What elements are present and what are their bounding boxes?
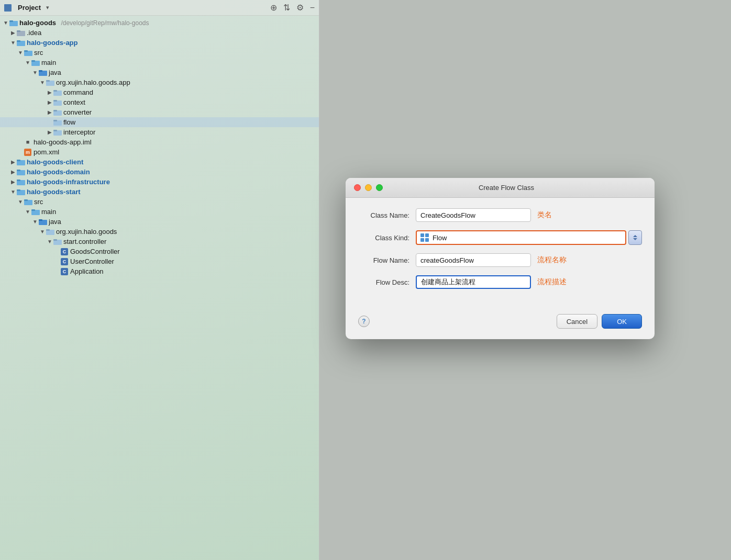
tree-item-label: org.xujin.halo.goods	[56, 228, 117, 236]
svg-rect-21	[53, 120, 57, 121]
flow-name-label: Flow Name:	[358, 256, 416, 264]
tree-item-label: interceptor	[63, 128, 95, 136]
svg-rect-43	[425, 233, 429, 237]
class-kind-dropdown-button[interactable]	[628, 230, 642, 245]
svg-rect-37	[39, 219, 42, 221]
dialog-body: Class Name: 类名 Class Kind:	[346, 198, 655, 308]
tree-arrow	[24, 60, 31, 65]
svg-rect-45	[425, 238, 429, 242]
package-icon	[53, 99, 62, 106]
class-name-row: Class Name: 类名	[358, 208, 642, 222]
class-kind-label: Class Kind:	[358, 234, 416, 242]
svg-marker-47	[633, 238, 637, 240]
add-icon[interactable]: ⊕	[270, 3, 277, 13]
tree-item-label: command	[63, 88, 93, 96]
tree-item-pom[interactable]: m pom.xml	[0, 147, 319, 157]
class-badge: C	[61, 268, 68, 275]
class-badge: C	[61, 248, 68, 255]
package-icon	[53, 238, 62, 245]
flow-desc-label: Flow Desc:	[358, 278, 416, 286]
svg-rect-39	[46, 229, 50, 231]
tree-item-user-controller[interactable]: C UserController	[0, 256, 319, 266]
minimize-icon[interactable]: −	[310, 3, 315, 13]
svg-rect-31	[17, 189, 20, 191]
module-icon	[4, 4, 12, 12]
class-name-annotation: 类名	[537, 210, 552, 220]
svg-marker-46	[633, 235, 637, 237]
flow-desc-row: Flow Desc: 流程描述	[358, 275, 642, 289]
tree-item-label: halo-goods	[19, 19, 56, 27]
tree-item-java1[interactable]: java	[0, 68, 319, 77]
tree-arrow	[46, 129, 53, 135]
tree-item-halo-goods-app[interactable]: halo-goods-app	[0, 38, 319, 48]
package-icon	[53, 129, 62, 136]
class-kind-selector[interactable]: Flow	[416, 230, 626, 245]
flow-desc-input[interactable]	[416, 275, 531, 289]
help-button[interactable]: ?	[358, 316, 370, 327]
tree-item-halo-goods[interactable]: halo-goods /develop/gitRep/mw/halo-goods	[0, 18, 319, 28]
svg-rect-1	[9, 20, 13, 22]
iml-file-icon: ■	[24, 139, 31, 146]
flow-kind-icon	[420, 233, 429, 242]
class-name-input[interactable]	[416, 208, 531, 222]
svg-rect-27	[17, 170, 20, 171]
tree-item-converter[interactable]: converter	[0, 107, 319, 117]
tree-item-java2[interactable]: java	[0, 217, 319, 227]
tree-item-src2[interactable]: src	[0, 197, 319, 207]
svg-rect-9	[31, 60, 35, 62]
tree-item-label: Application	[70, 267, 104, 275]
scroll-icon[interactable]: ⇅	[283, 3, 290, 13]
tree-item-src1[interactable]: src	[0, 48, 319, 58]
tree-item-application[interactable]: C Application	[0, 266, 319, 276]
tree-item-halo-goods-infrastructure[interactable]: halo-goods-infrastructure	[0, 177, 319, 187]
ok-button[interactable]: OK	[602, 314, 642, 329]
tree-item-org1[interactable]: org.xujin.halo.goods.app	[0, 77, 319, 87]
svg-rect-25	[17, 160, 20, 161]
tree-item-idea[interactable]: .idea	[0, 28, 319, 38]
tree-item-interceptor[interactable]: interceptor	[0, 127, 319, 137]
project-tree: halo-goods /develop/gitRep/mw/halo-goods…	[0, 16, 319, 560]
tree-item-goods-controller[interactable]: C GoodsController	[0, 247, 319, 256]
tree-item-label: halo-goods-app.iml	[34, 138, 92, 146]
tree-item-label: pom.xml	[34, 148, 59, 156]
tree-arrow	[17, 50, 24, 55]
folder-icon	[24, 49, 32, 56]
tree-item-context[interactable]: context	[0, 97, 319, 107]
svg-rect-5	[17, 40, 20, 42]
tree-item-iml[interactable]: ■ halo-goods-app.iml	[0, 137, 319, 147]
m-badge: m	[24, 149, 31, 156]
folder-icon	[17, 159, 25, 165]
close-window-button[interactable]	[354, 184, 361, 191]
cancel-button[interactable]: Cancel	[557, 314, 597, 329]
create-flow-class-dialog: Create Flow Class Class Name: 类名 Class K…	[346, 178, 655, 339]
tree-item-command[interactable]: command	[0, 87, 319, 97]
tree-item-label: .idea	[27, 29, 41, 37]
tree-item-main1[interactable]: main	[0, 58, 319, 68]
tree-item-flow[interactable]: flow	[0, 117, 319, 127]
folder-blue-icon	[17, 39, 25, 46]
tree-arrow	[39, 80, 46, 85]
panel-header: Project ▾ ⊕ ⇅ ⚙ −	[0, 0, 319, 16]
tree-item-halo-goods-client[interactable]: halo-goods-client	[0, 157, 319, 167]
folder-icon	[17, 188, 25, 195]
tree-arrow	[39, 229, 46, 234]
tree-arrow	[46, 239, 53, 244]
tree-item-label: flow	[63, 118, 75, 126]
flow-name-input[interactable]	[416, 253, 531, 267]
tree-item-main2[interactable]: main	[0, 207, 319, 217]
class-kind-value: Flow	[433, 234, 622, 242]
panel-dropdown-arrow[interactable]: ▾	[46, 4, 49, 11]
tree-item-start-controller[interactable]: start.controller	[0, 237, 319, 247]
tree-item-label: converter	[63, 108, 92, 116]
svg-rect-15	[53, 90, 57, 92]
package-icon	[46, 228, 54, 235]
settings-icon[interactable]: ⚙	[296, 3, 304, 13]
tree-item-halo-goods-start[interactable]: halo-goods-start	[0, 187, 319, 197]
tree-item-label: halo-goods-domain	[27, 168, 90, 176]
tree-item-halo-goods-domain[interactable]: halo-goods-domain	[0, 167, 319, 177]
tree-item-org2[interactable]: org.xujin.halo.goods	[0, 227, 319, 237]
svg-rect-7	[24, 50, 28, 52]
folder-java-icon	[39, 218, 47, 225]
folder-icon	[9, 19, 18, 26]
tree-item-label: context	[63, 98, 85, 106]
